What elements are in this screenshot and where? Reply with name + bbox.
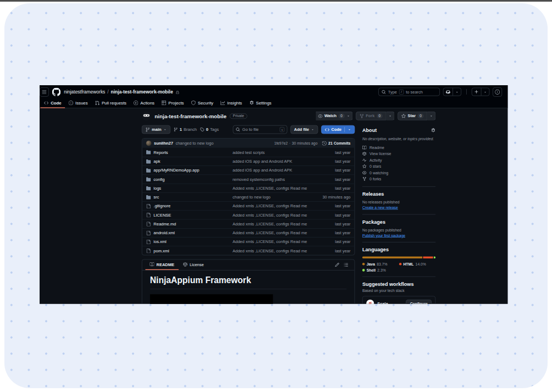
tag-icon — [200, 128, 205, 132]
plus-icon[interactable] — [472, 88, 481, 96]
fork-dropdown[interactable] — [387, 112, 395, 120]
file-commit-message[interactable]: Added xmls ,LICENSE, configs Read me — [233, 222, 335, 226]
tab-license[interactable]: License — [179, 260, 208, 270]
gear-icon[interactable] — [431, 128, 435, 132]
file-icon — [146, 213, 151, 217]
code-button[interactable]: Code — [321, 125, 355, 134]
file-commit-message[interactable]: Added xmls ,LICENSE, configs Read me — [233, 249, 335, 253]
file-name[interactable]: apk — [153, 159, 160, 164]
workflow-name[interactable]: Scala — [377, 301, 402, 304]
tab-insights[interactable]: Insights — [217, 98, 245, 108]
file-name[interactable]: config — [153, 177, 164, 181]
stars-link[interactable]: 0 stars — [362, 163, 435, 169]
file-name[interactable]: .gitignore — [153, 204, 170, 208]
branch-toolbar: main 1Branch 0Tags t — [142, 125, 355, 134]
hamburger-menu-button[interactable] — [40, 87, 49, 97]
file-commit-message[interactable]: changed to new logo — [233, 195, 322, 200]
repo-nav-tabs: Code Issues Pull requests Actions Projec… — [40, 98, 507, 108]
file-commit-message[interactable]: Added xmls ,LICENSE, configs Read me — [233, 204, 335, 208]
breadcrumb-repo[interactable]: ninja-test-framework-mobile — [111, 89, 173, 95]
file-icon — [146, 203, 151, 208]
commit-author[interactable]: sunilhn27 — [154, 141, 173, 145]
language-dot — [362, 263, 365, 266]
language-segment — [434, 256, 435, 258]
tags-link[interactable]: 0Tags — [200, 128, 219, 132]
book-icon — [150, 262, 154, 267]
branch-selector[interactable]: main — [142, 125, 170, 134]
configure-button[interactable]: Configure — [406, 300, 432, 304]
star-button[interactable]: Star 0 — [398, 112, 427, 120]
star-dropdown[interactable] — [427, 112, 435, 120]
tab-projects[interactable]: Projects — [158, 98, 187, 108]
readme-logo-image — [150, 294, 273, 304]
chevron-down-icon — [429, 114, 433, 118]
graph-icon — [220, 101, 225, 105]
create-new-dropdown[interactable] — [481, 88, 489, 96]
file-commit-message[interactable]: Added xmls ,LICENSE, configs Read me — [233, 213, 335, 217]
copilot-icon[interactable] — [444, 88, 453, 96]
folder-icon — [146, 195, 151, 199]
law-icon — [362, 152, 367, 156]
tab-readme[interactable]: README — [145, 260, 178, 270]
file-name[interactable]: Readme.md — [153, 222, 176, 226]
tab-actions[interactable]: Actions — [130, 98, 158, 108]
file-name[interactable]: android.xml — [153, 231, 175, 235]
commit-history-link[interactable]: 21 Commits — [322, 141, 350, 145]
fork-button[interactable]: Fork 0 — [356, 112, 387, 120]
branches-link[interactable]: 1Branch — [174, 128, 197, 132]
tab-pull-requests[interactable]: Pull requests — [91, 98, 130, 108]
language-java[interactable]: Java83.7% — [362, 262, 399, 266]
file-name[interactable]: Reports — [153, 150, 168, 154]
file-name[interactable]: ios.xml — [153, 240, 166, 244]
tab-settings[interactable]: Settings — [246, 98, 275, 108]
create-new-button[interactable] — [472, 88, 490, 96]
tab-code[interactable]: Code — [40, 98, 65, 108]
commit-hash[interactable]: 1fe97e2 — [274, 141, 288, 145]
global-search-input[interactable]: Type / to search — [378, 88, 440, 96]
watching-link[interactable]: 0 watching — [362, 169, 435, 175]
forks-link[interactable]: 0 forks — [362, 176, 435, 182]
file-commit-message[interactable]: Added xmls ,LICENSE, configs Read me — [233, 240, 335, 244]
file-commit-message[interactable]: added iOS app and Android APK — [233, 168, 335, 173]
commit-message[interactable]: changed to new logo — [175, 141, 213, 145]
outline-list-icon[interactable] — [344, 262, 348, 267]
file-commit-message[interactable]: added test scripts — [233, 150, 335, 154]
add-file-button[interactable]: Add file — [290, 125, 318, 134]
language-shell[interactable]: Shell2.3% — [362, 268, 399, 272]
watch-button[interactable]: Watch 0 — [316, 112, 352, 120]
eye-icon — [362, 170, 367, 175]
create-release-link[interactable]: Create a new release — [362, 205, 398, 209]
file-name[interactable]: pom.xml — [153, 249, 169, 253]
workflows-title: Suggested workflows — [362, 281, 435, 286]
file-name[interactable]: logs — [153, 186, 161, 190]
tab-security[interactable]: Security — [187, 98, 217, 108]
file-row: Readme.mdAdded xmls ,LICENSE, configs Re… — [142, 219, 355, 228]
file-name[interactable]: src — [153, 195, 159, 200]
pencil-icon[interactable] — [335, 262, 339, 267]
avatar[interactable] — [146, 140, 152, 146]
issues-header-button[interactable] — [493, 87, 502, 97]
watch-button-group: Watch 0 — [316, 112, 352, 120]
file-row: srcchanged to new logo30 minutes ago — [142, 192, 355, 201]
publish-package-link[interactable]: Publish your first package — [362, 233, 405, 238]
languages-bar[interactable] — [362, 256, 435, 258]
file-commit-message[interactable]: Added xmls ,LICENSE, configs Read me — [233, 231, 335, 235]
search-placeholder-suffix: to search — [406, 90, 423, 94]
readme-link[interactable]: Readme — [362, 145, 435, 151]
github-logo[interactable] — [52, 87, 61, 96]
activity-link[interactable]: Activity — [362, 157, 435, 163]
view-license-link[interactable]: View license — [362, 151, 435, 157]
breadcrumb-owner[interactable]: ninjatestframeworks — [64, 89, 105, 95]
copilot-button[interactable] — [443, 88, 461, 96]
copilot-dropdown[interactable] — [452, 88, 461, 96]
code-icon — [44, 101, 48, 105]
file-name[interactable]: LICENSE — [153, 213, 171, 217]
repo-content: ninja-test-framework-mobile Private Watc… — [142, 108, 435, 304]
file-name[interactable]: app/MyRNDemoApp.app — [153, 168, 199, 173]
file-commit-message[interactable]: added iOS app and Android APK — [233, 159, 335, 164]
tab-issues[interactable]: Issues — [65, 98, 91, 108]
file-commit-message[interactable]: Added xmls ,LICENSE, configs Read me — [233, 186, 335, 190]
file-commit-message[interactable]: removed systemconfig paths — [233, 177, 335, 181]
language-html[interactable]: HTML14.0% — [399, 262, 436, 266]
go-to-file-input[interactable] — [242, 128, 278, 132]
